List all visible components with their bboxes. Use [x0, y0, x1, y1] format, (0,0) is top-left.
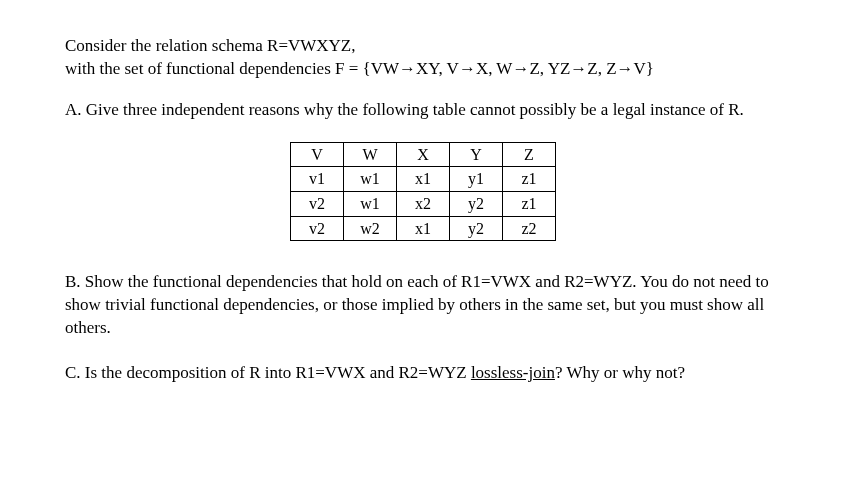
- table-header-cell: V: [291, 142, 344, 167]
- part-c-suffix: ? Why or why not?: [555, 363, 685, 382]
- table-cell: w2: [344, 216, 397, 241]
- table-header-cell: Y: [450, 142, 503, 167]
- part-c-prefix: C. Is the decomposition of R into R1=VWX…: [65, 363, 471, 382]
- table-row: v2 w1 x2 y2 z1: [291, 192, 556, 217]
- table-cell: v1: [291, 167, 344, 192]
- part-b-text: B. Show the functional dependencies that…: [65, 272, 769, 337]
- table-cell: y2: [450, 216, 503, 241]
- data-table: V W X Y Z v1 w1 x1 y1 z1 v2 w1 x2 y2 z1 …: [290, 142, 556, 241]
- table-cell: z1: [503, 192, 556, 217]
- part-b: B. Show the functional dependencies that…: [65, 271, 781, 340]
- table-header-cell: Z: [503, 142, 556, 167]
- table-cell: v2: [291, 216, 344, 241]
- table-cell: z1: [503, 167, 556, 192]
- table-cell: w1: [344, 192, 397, 217]
- part-c: C. Is the decomposition of R into R1=VWX…: [65, 362, 781, 385]
- table-cell: y2: [450, 192, 503, 217]
- table-header-cell: X: [397, 142, 450, 167]
- table-cell: v2: [291, 192, 344, 217]
- part-c-underlined: lossless-join: [471, 363, 555, 382]
- table-cell: w1: [344, 167, 397, 192]
- table-row: v2 w2 x1 y2 z2: [291, 216, 556, 241]
- table-cell: x2: [397, 192, 450, 217]
- part-a-text: A. Give three independent reasons why th…: [65, 100, 744, 119]
- table-cell: z2: [503, 216, 556, 241]
- table-cell: y1: [450, 167, 503, 192]
- intro-line1: Consider the relation schema R=VWXYZ,: [65, 36, 356, 55]
- table-header-row: V W X Y Z: [291, 142, 556, 167]
- table-header-cell: W: [344, 142, 397, 167]
- intro-line2: with the set of functional dependencies …: [65, 59, 654, 78]
- part-a: A. Give three independent reasons why th…: [65, 99, 781, 122]
- intro-paragraph: Consider the relation schema R=VWXYZ, wi…: [65, 35, 781, 81]
- table-row: v1 w1 x1 y1 z1: [291, 167, 556, 192]
- table-cell: x1: [397, 167, 450, 192]
- table-cell: x1: [397, 216, 450, 241]
